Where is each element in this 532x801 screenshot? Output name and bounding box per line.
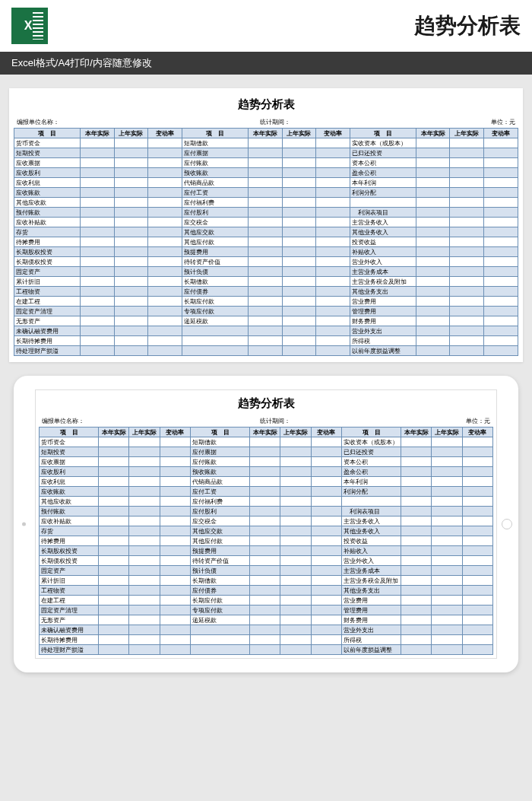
col-header: 上年实际: [450, 129, 484, 138]
meta-row-2: 编报单位名称： 统计期间： 单位：元: [39, 415, 493, 427]
cell: [484, 237, 518, 247]
cell: [484, 316, 518, 326]
cell: [484, 188, 518, 198]
cell: [484, 297, 518, 307]
cell: [316, 138, 350, 148]
cell: [280, 487, 311, 497]
col-header: 项 目: [350, 129, 416, 138]
cell: [450, 218, 484, 227]
cell: [250, 437, 280, 447]
table-row: 在建工程长期应付款营业费用: [14, 297, 518, 307]
cell: [311, 457, 341, 467]
cell: [432, 507, 462, 517]
cell: [450, 326, 484, 336]
cell: [248, 227, 282, 237]
cell: [280, 536, 311, 546]
cell: 待摊费用: [40, 536, 99, 546]
table-row: 未确认融资费用营业外支出: [14, 326, 518, 336]
cell: [114, 346, 148, 356]
cell: [432, 457, 462, 467]
cell: [80, 198, 114, 208]
cell: 应付票据: [182, 148, 248, 158]
cell: [99, 566, 129, 576]
cell: [432, 497, 462, 507]
cell: [248, 198, 282, 208]
cell: 管理费用: [350, 307, 416, 316]
table-row: 应收利息代销商品款本年利润: [40, 477, 493, 487]
cell: 利润分配: [350, 188, 416, 198]
table-row: 短期投资应付票据已归还投资: [40, 447, 493, 457]
cell: [484, 307, 518, 316]
col-header: 本年实际: [80, 129, 114, 138]
cell: [250, 457, 280, 467]
cell: 管理费用: [341, 606, 401, 615]
cell: [99, 645, 129, 655]
cell: [160, 517, 190, 526]
cell: [316, 297, 350, 307]
cell: [311, 596, 341, 606]
cell: [450, 138, 484, 148]
cell: [432, 526, 462, 536]
col-header: 项 目: [40, 428, 99, 437]
cell: [416, 188, 450, 198]
cell: [80, 188, 114, 198]
cell: [450, 168, 484, 178]
cell: [450, 227, 484, 237]
cell: [99, 507, 129, 517]
cell: [282, 138, 316, 148]
cell: [129, 517, 160, 526]
cell: [401, 467, 432, 477]
col-header: 变动率: [316, 129, 350, 138]
cell: [432, 596, 462, 606]
cell: [316, 267, 350, 277]
cell: [280, 556, 311, 566]
cell: 固定资产: [40, 566, 99, 576]
cell: [416, 198, 450, 208]
cell: [311, 507, 341, 517]
cell: [280, 457, 311, 467]
banner-subtitle: Excel格式/A4打印/内容随意修改: [0, 52, 532, 75]
cell: 递延税款: [190, 615, 249, 625]
cell: [462, 467, 492, 477]
cell: [182, 336, 248, 346]
col-header: 本年实际: [99, 428, 129, 437]
col-header: 本年实际: [248, 129, 282, 138]
cell: [248, 188, 282, 198]
cell: [432, 487, 462, 497]
cell: [114, 326, 148, 336]
cell: [160, 526, 190, 536]
cell: [80, 168, 114, 178]
cell: [416, 218, 450, 227]
cell: 累计折旧: [40, 576, 99, 586]
cell: [416, 247, 450, 257]
cell: [99, 497, 129, 507]
table-row: 应收票据应付账款资本公积: [14, 158, 518, 168]
cell: 货币资金: [40, 437, 99, 447]
cell: [462, 536, 492, 546]
cell: [114, 227, 148, 237]
cell: [316, 326, 350, 336]
cell: 应收利息: [40, 477, 99, 487]
table-row: 固定资产预计负债主营业务成本: [40, 566, 493, 576]
cell: 应收股利: [14, 168, 81, 178]
cell: 应收利息: [14, 178, 81, 188]
meta-left: 编报单位名称：: [17, 118, 59, 126]
cell: [484, 336, 518, 346]
cell: [148, 138, 182, 148]
cell: 财务费用: [341, 615, 401, 625]
cell: [484, 277, 518, 287]
cell: [160, 615, 190, 625]
cell: 应收补贴款: [40, 517, 99, 526]
cell: [160, 566, 190, 576]
cell: [250, 576, 280, 586]
cell: [190, 635, 249, 645]
cell: [311, 447, 341, 457]
table-row: 无形资产递延税款财务费用: [40, 615, 493, 625]
cell: [148, 148, 182, 158]
cell: 长期债权投资: [40, 556, 99, 566]
cell: [316, 277, 350, 287]
cell: [99, 625, 129, 635]
cell: [160, 507, 190, 517]
cell: [311, 625, 341, 635]
cell: [311, 566, 341, 576]
